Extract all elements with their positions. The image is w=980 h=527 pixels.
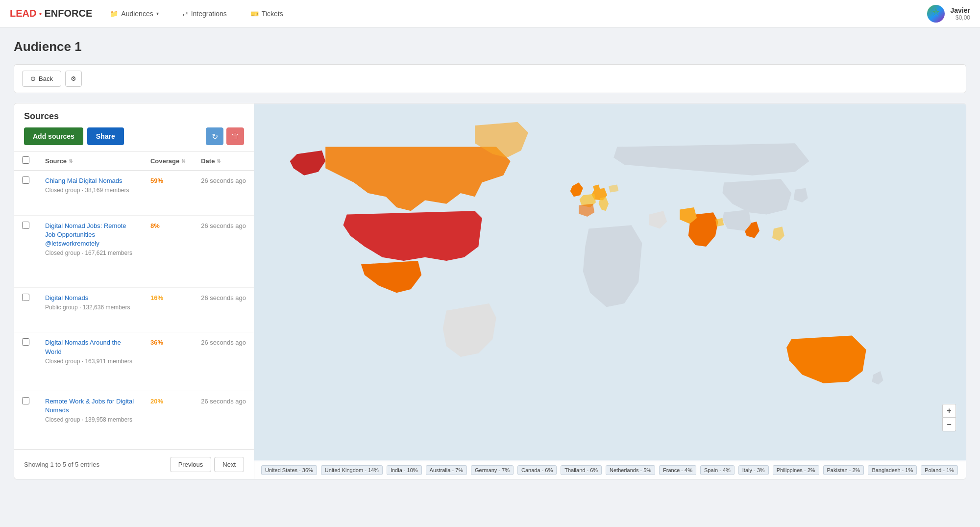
zoom-out-button[interactable]: − [942,418,956,431]
map-panel: + − United States - 36%United Kingdom - … [254,103,966,479]
table-row: Digital Nomads Around the World Closed g… [14,332,254,391]
date-column-header[interactable]: Date ⇅ [201,157,220,165]
coverage-column-header[interactable]: Coverage ⇅ [150,157,185,165]
date-value-1: 26 seconds ago [201,222,246,229]
map-container: + − [254,103,966,461]
page-container: Audience 1 ⊙ Back ⚙ Sources Add sources … [0,27,980,491]
legend-item-6: Thailand - 6% [561,465,602,475]
source-meta-0: Closed group · 38,169 members [45,187,135,194]
world-map [254,103,966,461]
legend-item-5: Canada - 6% [517,465,557,475]
pagination: Previous Next [170,457,244,472]
action-icons: ↻ 🗑 [206,127,244,145]
settings-button[interactable]: ⚙ [65,71,82,87]
nav-integrations-label: Integrations [191,10,227,18]
coverage-sort-icon: ⇅ [181,158,185,164]
legend-item-7: Netherlands - 5% [606,465,655,475]
row-checkbox-2[interactable] [22,294,29,301]
back-button[interactable]: ⊙ Back [22,71,61,87]
legend-item-11: Philippines - 2% [773,465,819,475]
user-info: Javier $0,00 [951,6,970,21]
integrations-icon: ⇄ [182,10,188,18]
source-column-label: Source [45,157,67,165]
row-checkbox-1[interactable] [22,222,29,229]
legend-item-4: Germany - 7% [471,465,514,475]
map-zoom-controls: + − [942,404,956,431]
source-column-header[interactable]: Source ⇅ [45,157,73,165]
refresh-button[interactable]: ↻ [206,127,223,145]
coverage-value-3: 36% [150,339,163,346]
chevron-down-icon: ▾ [156,11,159,16]
main-content: Sources Add sources Share ↻ 🗑 [14,103,966,479]
source-meta-3: Closed group · 163,911 members [45,358,135,365]
folder-icon: 📁 [110,10,118,18]
legend-item-1: United Kingdom - 14% [321,465,383,475]
legend-item-0: United States - 36% [261,465,317,475]
date-value-3: 26 seconds ago [201,339,246,346]
toolbar: ⊙ Back ⚙ [14,64,966,93]
source-meta-4: Closed group · 139,958 members [45,416,135,423]
nav-tickets-label: Tickets [262,10,283,18]
source-name-0[interactable]: Chiang Mai Digital Nomads [45,176,135,185]
zoom-in-button[interactable]: + [942,404,956,418]
date-value-0: 26 seconds ago [201,177,246,184]
brand-logo: LEAD ● ENFORCE [10,8,92,19]
coverage-value-2: 16% [150,294,163,301]
date-value-4: 26 seconds ago [201,398,246,405]
source-meta-2: Public group · 132,636 members [45,304,135,311]
date-sort-icon: ⇅ [217,158,220,164]
brand-lead: LEAD [10,8,36,19]
tickets-icon: 🎫 [250,10,259,18]
table-row: Remote Work & Jobs for Digital Nomads Cl… [14,391,254,449]
brand-dot: ● [39,11,42,16]
nav-audiences-label: Audiences [121,10,153,18]
legend-item-3: Australia - 7% [426,465,467,475]
nav-integrations[interactable]: ⇄ Integrations [176,7,233,21]
user-avatar [927,5,945,23]
sources-table: Source ⇅ Coverage ⇅ Date [14,151,254,450]
row-checkbox-3[interactable] [22,338,29,346]
source-sort-icon: ⇅ [69,158,73,164]
sources-header: Sources [14,103,254,127]
sources-actions: Add sources Share ↻ 🗑 [14,127,254,151]
delete-button[interactable]: 🗑 [226,127,244,145]
map-legend: United States - 36%United Kingdom - 14%I… [254,461,966,479]
previous-button[interactable]: Previous [170,457,212,472]
coverage-value-4: 20% [150,398,163,405]
source-name-1[interactable]: Digital Nomad Jobs: Remote Job Opportuni… [45,222,135,249]
source-name-2[interactable]: Digital Nomads [45,294,135,302]
legend-item-2: India - 10% [387,465,422,475]
sources-panel: Sources Add sources Share ↻ 🗑 [14,103,254,479]
navbar-right: Javier $0,00 [927,5,970,23]
row-checkbox-4[interactable] [22,397,29,404]
add-sources-button[interactable]: Add sources [24,127,83,145]
table-row: Digital Nomads Public group · 132,636 me… [14,287,254,332]
user-name: Javier [951,6,970,14]
sources-footer: Showing 1 to 5 of 5 entries Previous Nex… [14,450,254,479]
source-meta-1: Closed group · 167,621 members [45,250,135,256]
legend-item-12: Pakistan - 2% [823,465,864,475]
source-name-4[interactable]: Remote Work & Jobs for Digital Nomads [45,397,135,415]
row-checkbox-0[interactable] [22,176,29,184]
back-label: Back [39,75,53,82]
back-icon: ⊙ [30,75,36,82]
navbar: LEAD ● ENFORCE 📁 Audiences ▾ ⇄ Integrati… [0,0,980,27]
coverage-value-0: 59% [150,177,163,184]
coverage-column-label: Coverage [150,157,179,165]
legend-item-13: Bangladesh - 1% [868,465,917,475]
date-value-2: 26 seconds ago [201,294,246,301]
table-row: Chiang Mai Digital Nomads Closed group ·… [14,171,254,216]
next-button[interactable]: Next [214,457,244,472]
user-balance: $0,00 [951,14,970,21]
source-name-3[interactable]: Digital Nomads Around the World [45,338,135,356]
page-title: Audience 1 [14,39,966,54]
date-column-label: Date [201,157,215,165]
legend-item-9: Spain - 4% [700,465,735,475]
legend-item-14: Poland - 1% [921,465,958,475]
select-all-checkbox[interactable] [22,156,29,164]
coverage-value-1: 8% [150,222,160,229]
gear-icon: ⚙ [71,75,76,82]
share-button[interactable]: Share [87,127,124,145]
nav-tickets[interactable]: 🎫 Tickets [245,7,289,21]
nav-audiences[interactable]: 📁 Audiences ▾ [104,7,164,21]
